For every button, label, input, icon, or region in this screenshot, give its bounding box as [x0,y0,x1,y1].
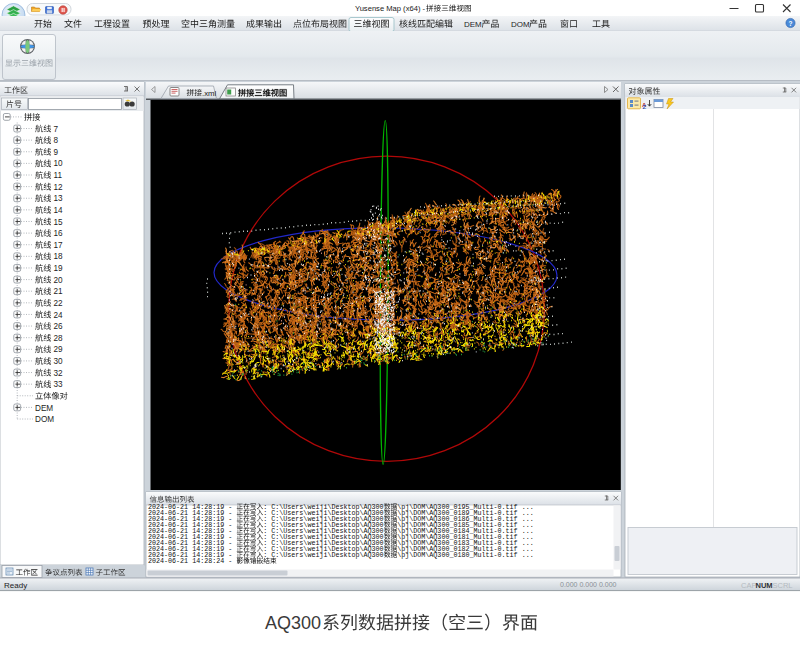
svg-text:22: 22 [54,299,64,308]
svg-text:9: 9 [54,148,59,157]
svg-text:15: 15 [54,218,64,227]
svg-text:16: 16 [54,229,64,238]
svg-text:CAP: CAP [741,581,756,590]
svg-text:7: 7 [54,125,59,134]
svg-text:29: 29 [54,345,64,354]
svg-text:AQ300: AQ300 [265,613,321,633]
svg-text:17: 17 [54,241,64,250]
svg-text:Yusense Map (x64) -: Yusense Map (x64) - [355,4,426,13]
svg-text:21: 21 [54,287,64,296]
svg-text:30: 30 [54,357,64,366]
svg-text:18: 18 [54,252,64,261]
svg-text:DOM: DOM [35,415,54,424]
svg-text:26: 26 [54,322,64,331]
svg-text:14: 14 [54,206,64,215]
svg-text:11: 11 [54,171,63,180]
svg-text:28: 28 [54,334,64,343]
svg-text:Ready: Ready [4,581,27,590]
svg-text:24: 24 [54,311,64,320]
svg-text:Z: Z [643,104,647,110]
svg-text:2024-06-21 14:28:24 -: 2024-06-21 14:28:24 - [148,557,232,565]
svg-text:.xml: .xml [202,89,217,98]
svg-text:8: 8 [54,136,59,145]
svg-text:33: 33 [54,380,64,389]
svg-text:10: 10 [54,159,64,168]
svg-text:32: 32 [54,369,64,378]
svg-text:0.000 0.000 0.000: 0.000 0.000 0.000 [560,581,617,588]
svg-text:20: 20 [54,276,64,285]
svg-text:DOM: DOM [511,20,530,29]
svg-text:?: ? [789,20,793,27]
svg-text:13: 13 [54,194,64,203]
svg-text:NUM: NUM [756,581,773,590]
svg-text:SCRL: SCRL [773,581,793,590]
svg-text:DEM: DEM [35,404,53,413]
svg-text:\pj\DOM\AQ300_0180_Multi-0.tif: \pj\DOM\AQ300_0180_Multi-0.tif ... [397,551,533,559]
svg-text:DEM: DEM [464,20,482,29]
svg-text:12: 12 [54,183,64,192]
svg-text:19: 19 [54,264,64,273]
svg-text:: C:\Users\weiji\Desktop\AQ300: : C:\Users\weiji\Desktop\AQ300 [263,551,383,559]
